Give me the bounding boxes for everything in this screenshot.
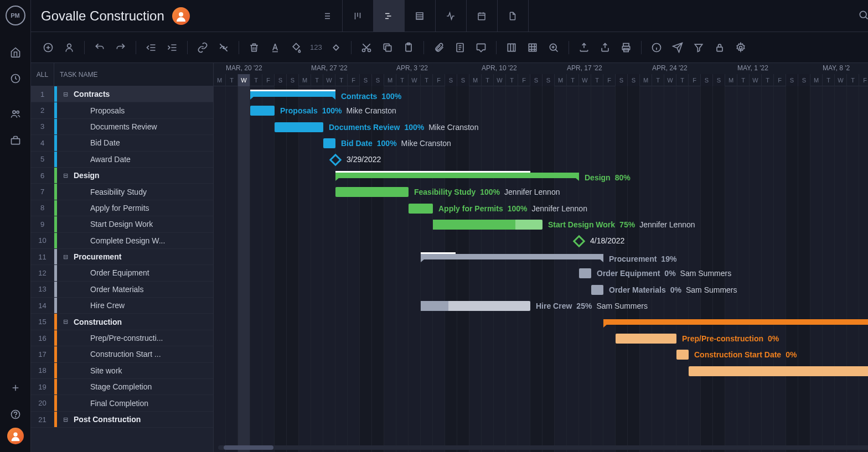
task-row[interactable]: 4Bid Date: [31, 135, 213, 151]
gantt-bar[interactable]: Design80%: [335, 173, 579, 178]
briefcase-icon[interactable]: [0, 127, 31, 154]
indent-button[interactable]: [163, 38, 182, 57]
gantt-bar[interactable]: Hire Crew25%Sam Summers: [421, 301, 530, 311]
bar-label: Order Equipment0%Sam Summers: [597, 268, 731, 278]
project-owner-avatar[interactable]: [172, 7, 190, 25]
undo-button[interactable]: [90, 38, 109, 57]
add-icon[interactable]: [0, 375, 31, 401]
task-row[interactable]: 16Prep/Pre-constructi...: [31, 330, 213, 346]
redo-button[interactable]: [111, 38, 130, 57]
gantt-view-tab[interactable]: [374, 0, 405, 32]
milestone-button[interactable]: [327, 38, 345, 57]
task-row[interactable]: 3Documents Review: [31, 119, 213, 135]
task-row[interactable]: 5Award Date: [31, 152, 213, 168]
filter-button[interactable]: [689, 38, 708, 57]
task-row[interactable]: 12Order Equipment: [31, 265, 213, 281]
info-button[interactable]: [647, 38, 666, 57]
expand-toggle[interactable]: ⊟: [60, 416, 70, 423]
app-logo[interactable]: PM: [6, 6, 25, 25]
expand-toggle[interactable]: ⊟: [60, 253, 70, 261]
day-cell: W: [750, 74, 762, 86]
add-task-button[interactable]: [39, 38, 58, 57]
task-row[interactable]: 6⊟Design: [31, 168, 213, 184]
svg-point-6: [13, 433, 17, 437]
gantt-bar[interactable]: [603, 319, 868, 325]
print-button[interactable]: [617, 38, 636, 57]
task-row[interactable]: 10Complete Design W...: [31, 233, 213, 249]
task-row[interactable]: 21⊟Post Construction: [31, 412, 213, 428]
gantt-bar[interactable]: Proposals100%Mike Cranston: [250, 106, 275, 116]
link-button[interactable]: [193, 38, 212, 57]
gantt-bar[interactable]: Bid Date100%Mike Cranston: [323, 138, 335, 148]
sheet-view-tab[interactable]: [405, 0, 436, 32]
calendar-view-tab[interactable]: [467, 0, 498, 32]
comments-button[interactable]: [472, 38, 490, 57]
task-row[interactable]: 20Final Completion: [31, 395, 213, 411]
help-icon[interactable]: [0, 401, 31, 428]
gantt-bar[interactable]: Documents Review100%Mike Cranston: [275, 122, 323, 132]
task-row[interactable]: 9Start Design Work: [31, 216, 213, 232]
column-all[interactable]: ALL: [31, 63, 54, 86]
send-button[interactable]: [668, 38, 687, 57]
task-row[interactable]: 2Proposals: [31, 102, 213, 118]
scrollbar-thumb[interactable]: [224, 445, 273, 450]
settings-button[interactable]: [731, 38, 750, 57]
gantt-bar[interactable]: [689, 366, 868, 376]
attachment-button[interactable]: [430, 38, 448, 57]
gantt-bar[interactable]: Contracts100%: [250, 91, 335, 97]
grid-button[interactable]: [523, 38, 542, 57]
gantt-bar[interactable]: Start Design Work75%Jennifer Lennon: [433, 220, 542, 230]
columns-button[interactable]: [502, 38, 521, 57]
assign-button[interactable]: [60, 38, 79, 57]
home-icon[interactable]: [0, 39, 31, 65]
gantt-bar[interactable]: Apply for Permits100%Jennifer Lennon: [409, 204, 433, 214]
task-row[interactable]: 17Construction Start ...: [31, 346, 213, 362]
day-cell: W: [664, 74, 676, 86]
unlink-button[interactable]: [214, 38, 233, 57]
task-row[interactable]: 13Order Materials: [31, 282, 213, 298]
task-name: Order Equipment: [70, 268, 213, 277]
gantt-chart[interactable]: MAR, 20 '22MAR, 27 '22APR, 3 '22APR, 10 …: [214, 63, 868, 452]
export-button[interactable]: [575, 38, 593, 57]
list-view-tab[interactable]: [312, 0, 343, 32]
copy-button[interactable]: [378, 38, 397, 57]
paste-button[interactable]: [399, 38, 418, 57]
task-row[interactable]: 11⊟Procurement: [31, 249, 213, 265]
delete-button[interactable]: [245, 38, 264, 57]
task-row[interactable]: 7Feasibility Study: [31, 184, 213, 200]
task-row[interactable]: 8Apply for Permits: [31, 200, 213, 216]
gantt-bar[interactable]: Construction Start Date0%: [676, 350, 689, 360]
people-icon[interactable]: [0, 101, 31, 127]
outdent-button[interactable]: [142, 38, 161, 57]
user-avatar[interactable]: [7, 428, 24, 444]
activity-view-tab[interactable]: [436, 0, 467, 32]
gantt-bar[interactable]: Feasibility Study100%Jennifer Lennon: [335, 187, 409, 197]
recent-icon[interactable]: [0, 65, 31, 92]
expand-toggle[interactable]: ⊟: [60, 91, 70, 98]
fill-color-button[interactable]: [287, 38, 306, 57]
day-cell: T: [506, 74, 518, 86]
gantt-bar[interactable]: Prep/Pre-construction0%: [616, 334, 676, 344]
expand-toggle[interactable]: ⊟: [60, 172, 70, 179]
board-view-tab[interactable]: [343, 0, 374, 32]
gantt-bar[interactable]: Procurement19%: [421, 254, 603, 259]
zoom-button[interactable]: [544, 38, 563, 57]
expand-toggle[interactable]: ⊟: [60, 318, 70, 325]
file-view-tab[interactable]: [498, 0, 529, 32]
lock-button[interactable]: [710, 38, 729, 57]
task-row[interactable]: 14Hire Crew: [31, 298, 213, 314]
notes-button[interactable]: [451, 38, 469, 57]
task-row[interactable]: 19Stage Completion: [31, 379, 213, 395]
column-task-name[interactable]: TASK NAME: [54, 71, 213, 79]
gantt-bar[interactable]: Order Materials0%Sam Summers: [591, 285, 603, 295]
horizontal-scrollbar[interactable]: [218, 445, 868, 450]
gantt-bar[interactable]: Order Equipment0%Sam Summers: [579, 268, 591, 278]
day-cell: S: [798, 74, 810, 86]
task-row[interactable]: 18Site work: [31, 363, 213, 379]
search-icon[interactable]: [854, 5, 868, 27]
task-row[interactable]: 1⊟Contracts: [31, 86, 213, 102]
cut-button[interactable]: [357, 38, 376, 57]
task-row[interactable]: 15⊟Construction: [31, 314, 213, 330]
share-button[interactable]: [596, 38, 614, 57]
text-format-button[interactable]: [266, 38, 285, 57]
